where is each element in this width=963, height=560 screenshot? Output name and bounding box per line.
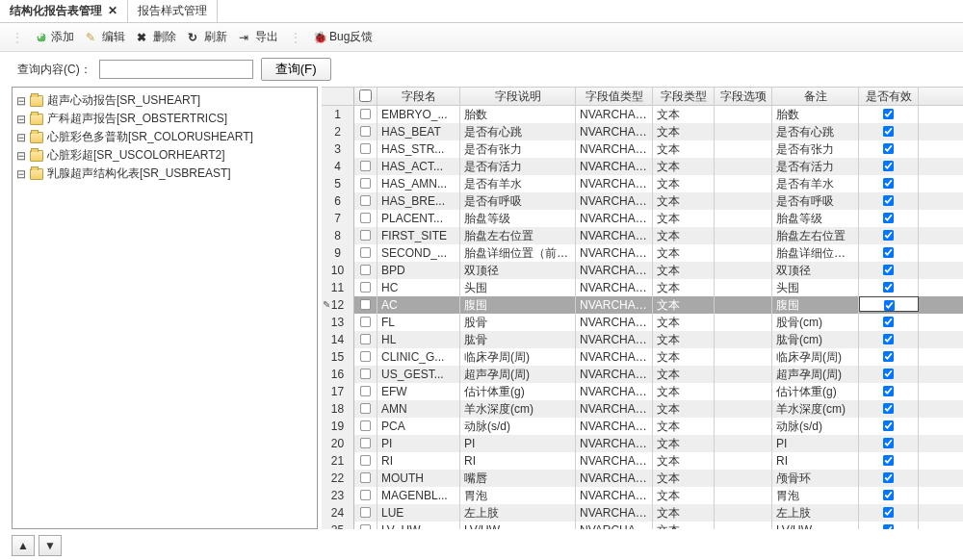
cell-remark[interactable]: 是否有张力 bbox=[772, 140, 859, 158]
valid-checkbox[interactable] bbox=[883, 490, 894, 500]
cell-fielddesc[interactable]: PI bbox=[460, 435, 576, 452]
cell-remark[interactable]: 是否有活力 bbox=[772, 158, 859, 175]
valid-checkbox[interactable] bbox=[883, 213, 894, 223]
cell-valtype[interactable]: NVARCHAR2 bbox=[576, 400, 653, 418]
refresh-button[interactable]: 刷新 bbox=[188, 29, 227, 45]
cell-fieldname[interactable]: SECOND_... bbox=[377, 244, 460, 262]
col-head-options[interactable]: 字段选项 bbox=[715, 88, 772, 105]
cell-options[interactable] bbox=[715, 279, 772, 296]
cell-checkbox[interactable] bbox=[354, 227, 377, 244]
cell-fieldname[interactable]: PLACENT... bbox=[377, 210, 460, 227]
cell-fielddesc[interactable]: 胎盘等级 bbox=[460, 210, 576, 227]
cell-fieldtype[interactable]: 文本 bbox=[653, 452, 715, 470]
tree-item[interactable]: ⊟心脏彩超[SR_USCOLORHEART2] bbox=[16, 146, 313, 165]
cell-options[interactable] bbox=[715, 175, 772, 192]
row-checkbox[interactable] bbox=[360, 507, 371, 518]
valid-checkbox[interactable] bbox=[883, 472, 894, 483]
cell-fieldname[interactable]: HL bbox=[377, 331, 460, 348]
cell-fielddesc[interactable]: 股骨 bbox=[460, 314, 576, 331]
row-checkbox[interactable] bbox=[360, 299, 371, 310]
cell-fielddesc[interactable]: 头围 bbox=[460, 279, 576, 296]
valid-checkbox[interactable] bbox=[883, 334, 894, 344]
cell-options[interactable] bbox=[715, 210, 772, 227]
cell-valid[interactable] bbox=[859, 158, 919, 175]
cell-remark[interactable]: 动脉(s/d) bbox=[772, 418, 859, 435]
cell-fieldname[interactable]: MAGENBL... bbox=[377, 487, 460, 504]
cell-remark[interactable]: 头围 bbox=[772, 279, 859, 296]
table-row[interactable]: 5HAS_AMN...是否有羊水NVARCHAR2文本是否有羊水 bbox=[322, 175, 963, 192]
tab-report-style[interactable]: 报告样式管理 bbox=[128, 0, 218, 22]
row-checkbox[interactable] bbox=[360, 317, 371, 327]
valid-checkbox[interactable] bbox=[883, 524, 894, 529]
cell-fieldname[interactable]: EFW bbox=[377, 383, 460, 400]
cell-valtype[interactable]: NVARCHAR2 bbox=[576, 348, 653, 366]
cell-options[interactable] bbox=[715, 504, 772, 522]
cell-options[interactable] bbox=[715, 262, 772, 279]
cell-fieldname[interactable]: HAS_ACT... bbox=[377, 158, 460, 175]
cell-fielddesc[interactable]: 临床孕周(周) bbox=[460, 348, 576, 366]
table-row[interactable]: 4HAS_ACT...是否有活力NVARCHAR2文本是否有活力 bbox=[322, 158, 963, 175]
cell-valtype[interactable]: NVARCHAR2 bbox=[576, 123, 653, 140]
cell-valtype[interactable]: NVARCHAR2 bbox=[576, 262, 653, 279]
cell-fielddesc[interactable]: 是否有呼吸 bbox=[460, 192, 576, 210]
valid-checkbox[interactable] bbox=[883, 369, 894, 379]
valid-checkbox[interactable] bbox=[883, 247, 894, 258]
col-head-rownum[interactable] bbox=[322, 88, 354, 105]
valid-checkbox[interactable] bbox=[883, 386, 894, 396]
cell-fieldtype[interactable]: 文本 bbox=[653, 418, 715, 435]
tree-item[interactable]: ⊟心脏彩色多普勒[SR_COLORUSHEART] bbox=[16, 128, 313, 146]
col-head-valid[interactable]: 是否有效 bbox=[859, 88, 919, 105]
cell-fieldname[interactable]: LUE bbox=[377, 504, 460, 522]
cell-valtype[interactable]: NVARCHAR2 bbox=[576, 522, 653, 529]
row-checkbox[interactable] bbox=[360, 386, 371, 396]
cell-valid[interactable] bbox=[859, 175, 919, 192]
table-row[interactable]: 22MOUTH嘴唇NVARCHAR2文本颅骨环 bbox=[322, 470, 963, 487]
cell-fieldtype[interactable]: 文本 bbox=[653, 366, 715, 383]
cell-valid[interactable] bbox=[859, 296, 919, 312]
cell-fieldtype[interactable]: 文本 bbox=[653, 348, 715, 366]
row-checkbox[interactable] bbox=[360, 403, 371, 414]
tree-label[interactable]: 心脏彩超[SR_USCOLORHEART2] bbox=[47, 147, 224, 164]
valid-checkbox[interactable] bbox=[883, 161, 894, 171]
cell-valid[interactable] bbox=[859, 348, 919, 366]
cell-valid[interactable] bbox=[859, 470, 919, 487]
cell-remark[interactable]: 肱骨(cm) bbox=[772, 331, 859, 348]
tree-label[interactable]: 产科超声报告[SR_OBSTERTRICS] bbox=[47, 111, 227, 127]
cell-checkbox[interactable] bbox=[354, 470, 377, 487]
cell-valid[interactable] bbox=[859, 400, 919, 418]
row-checkbox[interactable] bbox=[360, 109, 371, 119]
cell-fieldname[interactable]: FIRST_SITE bbox=[377, 227, 460, 244]
cell-checkbox[interactable] bbox=[354, 418, 377, 435]
table-row[interactable]: 19PCA动脉(s/d)NVARCHAR2文本动脉(s/d) bbox=[322, 418, 963, 435]
row-checkbox[interactable] bbox=[360, 282, 371, 293]
col-head-checkbox[interactable] bbox=[354, 88, 377, 105]
cell-valid[interactable] bbox=[859, 210, 919, 227]
row-checkbox[interactable] bbox=[360, 230, 371, 241]
cell-checkbox[interactable] bbox=[354, 192, 377, 210]
cell-fieldtype[interactable]: 文本 bbox=[653, 470, 715, 487]
cell-fieldname[interactable]: HAS_AMN... bbox=[377, 175, 460, 192]
cell-remark[interactable]: 是否有呼吸 bbox=[772, 192, 859, 210]
cell-fielddesc[interactable]: 胎盘详细位置（前、后、... bbox=[460, 244, 576, 262]
cell-valtype[interactable]: NVARCHAR2 bbox=[576, 452, 653, 470]
row-checkbox[interactable] bbox=[360, 420, 371, 431]
cell-checkbox[interactable] bbox=[354, 296, 377, 314]
cell-options[interactable] bbox=[715, 158, 772, 175]
cell-valtype[interactable]: NVARCHAR2 bbox=[576, 383, 653, 400]
export-button[interactable]: 导出 bbox=[239, 29, 278, 45]
bug-button[interactable]: Bug反馈 bbox=[313, 29, 373, 45]
table-row[interactable]: 3HAS_STR...是否有张力NVARCHAR2文本是否有张力 bbox=[322, 140, 963, 158]
expand-icon[interactable]: ⊟ bbox=[16, 94, 26, 108]
tree-item[interactable]: ⊟超声心动报告[SR_USHEART] bbox=[16, 91, 313, 110]
expand-icon[interactable]: ⊟ bbox=[16, 113, 26, 126]
cell-fielddesc[interactable]: 嘴唇 bbox=[460, 470, 576, 487]
row-checkbox[interactable] bbox=[360, 178, 371, 189]
cell-fieldtype[interactable]: 文本 bbox=[653, 522, 715, 529]
table-row[interactable]: 9SECOND_...胎盘详细位置（前、后、...NVARCHAR2文本胎盘详细… bbox=[322, 244, 963, 262]
cell-fieldname[interactable]: EMBRYO_... bbox=[377, 106, 460, 123]
cell-valtype[interactable]: NVARCHAR2 bbox=[576, 244, 653, 262]
tree-label[interactable]: 心脏彩色多普勒[SR_COLORUSHEART] bbox=[47, 129, 253, 145]
cell-fieldname[interactable]: PI bbox=[377, 435, 460, 452]
cell-fieldtype[interactable]: 文本 bbox=[653, 227, 715, 244]
cell-valid[interactable] bbox=[859, 123, 919, 140]
